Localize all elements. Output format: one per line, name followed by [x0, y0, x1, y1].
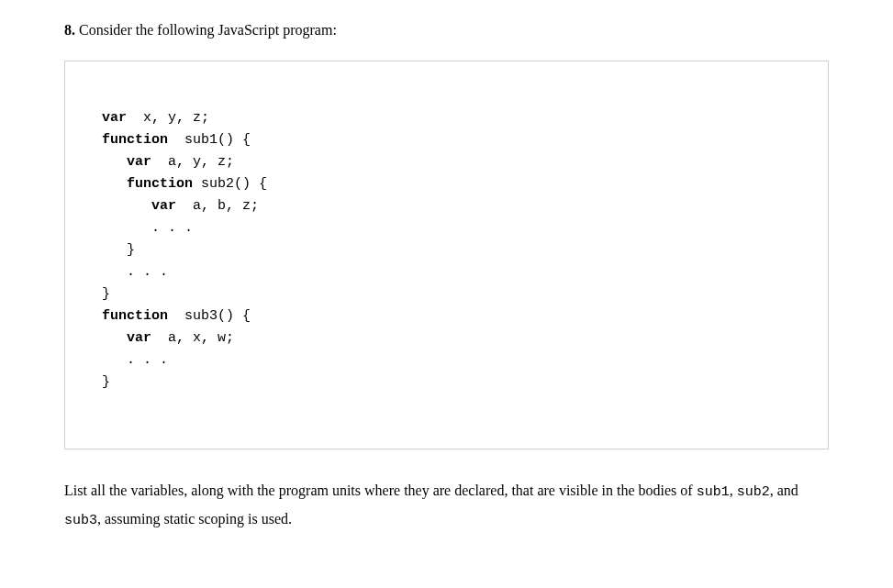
question-intro: Consider the following JavaScript progra…: [79, 22, 337, 38]
keyword-var: var: [151, 198, 176, 214]
keyword-var: var: [102, 110, 127, 126]
keyword-function: function: [127, 176, 193, 192]
code-block: var x, y, z; function sub1() { var a, y,…: [64, 61, 829, 449]
inline-code-sub1: sub1: [697, 484, 730, 500]
code-line-12: . . .: [102, 349, 791, 372]
code-line-4: function sub2() {: [102, 173, 791, 195]
code-text: x, y, z;: [127, 110, 209, 126]
code-line-7: }: [102, 239, 791, 261]
prompt-text: ,: [730, 483, 737, 498]
code-text: a, b, z;: [176, 198, 259, 214]
code-pad: [102, 330, 127, 346]
code-line-3: var a, y, z;: [102, 151, 791, 173]
code-line-11: var a, x, w;: [102, 327, 791, 349]
code-text: sub2() {: [193, 176, 267, 192]
code-line-6: . . .: [102, 217, 791, 239]
prompt-text: , and: [770, 483, 798, 498]
keyword-function: function: [102, 132, 168, 148]
prompt-text: , assuming static scoping is used.: [97, 511, 292, 527]
code-pad: [102, 154, 127, 170]
keyword-var: var: [127, 154, 151, 170]
code-line-8: . . .: [102, 261, 791, 283]
code-line-1: var x, y, z;: [102, 107, 791, 129]
inline-code-sub3: sub3: [64, 513, 97, 528]
code-line-2: function sub1() {: [102, 129, 791, 151]
code-line-5: var a, b, z;: [102, 195, 791, 217]
prompt-text: List all the variables, along with the p…: [64, 483, 697, 498]
code-text: a, x, w;: [151, 330, 234, 346]
question-prompt: List all the variables, along with the p…: [64, 477, 829, 535]
code-text: a, y, z;: [151, 154, 234, 170]
code-line-10: function sub3() {: [102, 305, 791, 327]
question-header: 8. Consider the following JavaScript pro…: [64, 18, 829, 42]
code-line-9: }: [102, 283, 791, 305]
keyword-function: function: [102, 308, 168, 324]
inline-code-sub2: sub2: [737, 484, 770, 500]
code-text: sub3() {: [168, 308, 251, 324]
code-line-13: }: [102, 372, 791, 394]
code-pad: [102, 198, 151, 214]
question-number: 8.: [64, 22, 75, 38]
keyword-var: var: [127, 330, 151, 346]
code-text: sub1() {: [168, 132, 251, 148]
code-pad: [102, 176, 127, 192]
